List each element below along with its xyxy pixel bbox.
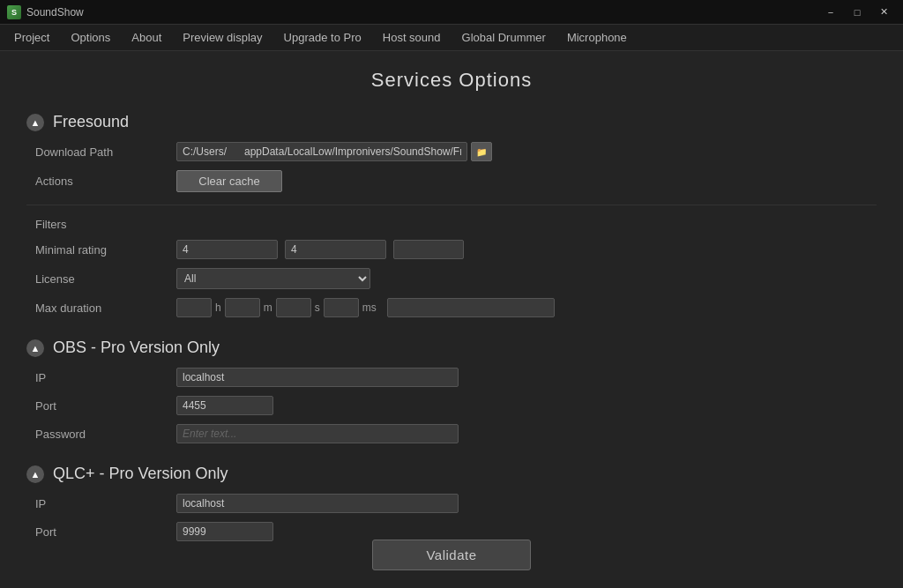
duration-ms-label: ms (362, 301, 377, 314)
obs-port-input[interactable] (176, 396, 273, 415)
qlc-section: ▲ QLC+ - Pro Version Only IP Port (26, 465, 877, 541)
actions-row: Actions Clear cache (26, 170, 877, 192)
obs-ip-label: IP (35, 371, 176, 384)
menu-item-upgrade[interactable]: Upgrade to Pro (273, 27, 372, 48)
freesound-header: ▲ Freesound (26, 113, 877, 131)
window-controls: − □ ✕ (818, 4, 896, 21)
obs-section: ▲ OBS - Pro Version Only IP Port Passwor… (26, 339, 877, 443)
validate-button[interactable]: Validate (372, 540, 530, 570)
license-label: License (35, 272, 176, 286)
qlc-collapse-button[interactable]: ▲ (26, 465, 44, 483)
freesound-title: Freesound (53, 113, 129, 131)
download-path-label: Download Path (35, 145, 176, 159)
freesound-section: ▲ Freesound Download Path 📁 Actions Clea… (26, 113, 877, 317)
download-path-wrapper: 📁 (176, 142, 492, 161)
qlc-ip-row: IP (26, 494, 877, 513)
minimal-rating-label: Minimal rating (35, 243, 176, 257)
obs-port-label: Port (35, 399, 176, 413)
duration-h-label: h (215, 301, 221, 314)
qlc-port-label: Port (35, 525, 176, 539)
download-path-row: Download Path 📁 (26, 142, 877, 161)
menu-item-drummer[interactable]: Global Drummer (452, 27, 556, 48)
duration-bar[interactable] (387, 298, 555, 317)
app-title: SoundShow (26, 6, 84, 19)
license-select[interactable]: All Creative Commons 0 Attribution Attri… (176, 268, 370, 289)
qlc-ip-input[interactable] (176, 494, 459, 513)
menubar-gradient (727, 25, 903, 50)
browse-button[interactable]: 📁 (471, 142, 492, 161)
duration-s-label: s (315, 301, 320, 314)
maximize-button[interactable]: □ (845, 4, 869, 21)
obs-password-input[interactable] (176, 424, 459, 443)
duration-controls: h m s ms (176, 298, 555, 317)
obs-ip-row: IP (26, 368, 877, 387)
rating-slider[interactable] (393, 240, 464, 259)
page-title: Services Options (26, 69, 877, 92)
qlc-ip-label: IP (35, 497, 176, 510)
qlc-header: ▲ QLC+ - Pro Version Only (26, 465, 877, 483)
menu-item-hostsound[interactable]: Host sound (372, 27, 452, 48)
download-path-input[interactable] (176, 142, 467, 161)
menu-item-microphone[interactable]: Microphone (556, 27, 638, 48)
duration-s-input[interactable] (276, 298, 311, 317)
rating-controls (176, 240, 464, 259)
rating-input-1[interactable] (176, 240, 278, 259)
qlc-port-input[interactable] (176, 522, 273, 541)
duration-h-input[interactable] (176, 298, 212, 317)
titlebar-left: S SoundShow (7, 5, 84, 19)
duration-ms-input[interactable] (324, 298, 359, 317)
menu-item-project[interactable]: Project (4, 27, 60, 48)
menu-item-preview[interactable]: Preview display (172, 27, 272, 48)
obs-title: OBS - Pro Version Only (53, 339, 220, 357)
max-duration-label: Max duration (35, 301, 176, 315)
obs-collapse-button[interactable]: ▲ (26, 339, 44, 357)
separator-1 (26, 205, 877, 205)
obs-password-label: Password (35, 428, 176, 441)
menubar: Project Options About Preview display Up… (0, 25, 903, 51)
main-content: Services Options ▲ Freesound Download Pa… (0, 51, 903, 588)
menu-item-about[interactable]: About (121, 27, 172, 48)
duration-m-input[interactable] (225, 298, 260, 317)
license-row: License All Creative Commons 0 Attributi… (26, 268, 877, 289)
freesound-collapse-button[interactable]: ▲ (26, 114, 44, 131)
clear-cache-button[interactable]: Clear cache (176, 170, 282, 192)
qlc-title: QLC+ - Pro Version Only (53, 465, 228, 483)
obs-password-row: Password (26, 424, 877, 443)
app-icon: S (7, 5, 21, 19)
titlebar: S SoundShow − □ ✕ (0, 0, 903, 25)
obs-header: ▲ OBS - Pro Version Only (26, 339, 877, 357)
validate-wrapper: Validate (0, 540, 903, 570)
minimal-rating-row: Minimal rating (26, 240, 877, 259)
filters-label: Filters (26, 218, 877, 231)
close-button[interactable]: ✕ (871, 4, 896, 21)
qlc-port-row: Port (26, 522, 877, 541)
menu-item-options[interactable]: Options (60, 27, 121, 48)
obs-port-row: Port (26, 396, 877, 415)
obs-ip-input[interactable] (176, 368, 459, 387)
rating-input-2[interactable] (285, 240, 386, 259)
minimize-button[interactable]: − (818, 4, 843, 21)
actions-label: Actions (35, 175, 176, 188)
max-duration-row: Max duration h m s ms (26, 298, 877, 317)
duration-m-label: m (264, 301, 272, 314)
